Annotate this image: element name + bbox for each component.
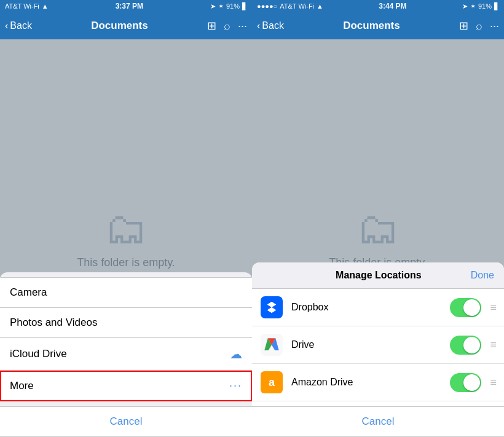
left-folder-icon: 🗂	[104, 207, 148, 250]
left-icloud-label: iCloud Drive	[10, 348, 67, 360]
right-nav-title: Documents	[343, 20, 400, 32]
left-status-left: AT&T Wi-Fi ▲	[5, 2, 49, 10]
left-battery-icon: ▋	[242, 2, 247, 10]
right-status-bar: ●●●●○ AT&T Wi-Fi ▲ 3:44 PM ➤ ✶ 91% ▋	[252, 0, 504, 12]
left-cancel-button[interactable]: Cancel	[0, 406, 252, 437]
left-sheet-photos[interactable]: Photos and Videos	[0, 308, 252, 338]
left-nav-bar: ‹ Back Documents ⊞ ⌕ ···	[0, 12, 252, 39]
left-search-icon[interactable]: ⌕	[224, 20, 230, 33]
right-nav-icons: ⊞ ⌕ ···	[459, 19, 499, 33]
right-battery: 91%	[478, 2, 492, 10]
right-battery-icon: ▋	[494, 2, 499, 10]
left-bt-icon: ✶	[218, 2, 224, 10]
dropbox-toggle[interactable]	[450, 298, 481, 317]
drive-icon-wrap	[259, 333, 284, 357]
left-bottom-sheet: Camera Photos and Videos iCloud Drive ☁ …	[0, 272, 252, 437]
left-sheet-icloud[interactable]: iCloud Drive ☁	[0, 338, 252, 371]
manage-header: Manage Locations Done	[252, 262, 504, 289]
left-back-label: Back	[10, 20, 32, 31]
left-more-label: More	[10, 380, 34, 392]
left-camera-label: Camera	[10, 286, 47, 299]
left-sheet-more[interactable]: More ···	[0, 371, 252, 401]
right-more-icon[interactable]: ···	[490, 20, 499, 33]
left-phone-panel: AT&T Wi-Fi ▲ 3:37 PM ➤ ✶ 91% ▋ ‹ Back Do…	[0, 0, 252, 437]
drive-name: Drive	[291, 339, 450, 350]
right-back-chevron: ‹	[257, 20, 260, 31]
left-empty-text: This folder is empty.	[77, 256, 175, 269]
left-wifi-icon: ▲	[42, 2, 49, 10]
right-location-icon: ➤	[462, 2, 468, 10]
left-more-icon[interactable]: ···	[238, 20, 247, 33]
right-back-label: Back	[262, 20, 284, 31]
right-search-icon[interactable]: ⌕	[476, 20, 482, 33]
left-cancel-label: Cancel	[110, 415, 143, 427]
manage-done-button[interactable]: Done	[471, 270, 494, 281]
left-cloud-icon: ☁	[230, 347, 242, 361]
drive-toggle[interactable]	[450, 336, 481, 355]
left-grid-icon[interactable]: ⊞	[207, 19, 216, 33]
location-item-amazon: a Amazon Drive ≡	[252, 364, 504, 401]
left-battery: 91%	[226, 2, 240, 10]
left-sheet-camera[interactable]: Camera	[0, 277, 252, 308]
right-folder-icon: 🗂	[356, 207, 400, 250]
left-status-bar: AT&T Wi-Fi ▲ 3:37 PM ➤ ✶ 91% ▋	[0, 0, 252, 12]
left-photos-label: Photos and Videos	[10, 317, 97, 329]
right-carrier: AT&T Wi-Fi	[280, 2, 314, 10]
left-nav-icons: ⊞ ⌕ ···	[207, 19, 247, 33]
dropbox-icon-wrap	[259, 295, 284, 320]
left-status-right: ➤ ✶ 91% ▋	[210, 2, 247, 10]
right-signal-dots: ●●●●○	[257, 2, 277, 10]
right-nav-bar: ‹ Back Documents ⊞ ⌕ ···	[252, 12, 504, 39]
location-item-dropbox: Dropbox ≡	[252, 289, 504, 326]
right-phone-panel: ●●●●○ AT&T Wi-Fi ▲ 3:44 PM ➤ ✶ 91% ▋ ‹ B…	[252, 0, 504, 437]
left-dots-icon: ···	[229, 379, 242, 392]
amazon-name: Amazon Drive	[291, 377, 450, 388]
right-back-button[interactable]: ‹ Back	[257, 20, 284, 31]
right-bt-icon: ✶	[470, 2, 476, 10]
dropbox-name: Dropbox	[291, 302, 450, 313]
amazon-drag-handle: ≡	[490, 376, 497, 389]
left-nav-title: Documents	[91, 20, 148, 32]
right-status-right: ➤ ✶ 91% ▋	[462, 2, 499, 10]
location-item-drive: Drive ≡	[252, 326, 504, 364]
right-cancel-label: Cancel	[362, 415, 395, 427]
left-location-icon: ➤	[210, 2, 216, 10]
amazon-toggle[interactable]	[450, 373, 481, 392]
right-cancel-button[interactable]: Cancel	[252, 406, 504, 437]
right-grid-icon[interactable]: ⊞	[459, 19, 468, 33]
dropbox-icon	[261, 296, 283, 318]
drive-icon	[261, 334, 283, 356]
left-carrier: AT&T Wi-Fi	[5, 2, 39, 10]
right-wifi-icon: ▲	[317, 2, 323, 10]
drive-drag-handle: ≡	[490, 339, 497, 352]
manage-locations-panel: Manage Locations Done Dropbox ≡	[252, 262, 504, 437]
manage-title: Manage Locations	[286, 270, 471, 281]
amazon-drive-icon: a	[261, 371, 283, 393]
left-status-time: 3:37 PM	[116, 2, 143, 10]
left-back-chevron: ‹	[5, 20, 8, 31]
amazon-icon-wrap: a	[259, 370, 284, 395]
right-status-time: 3:44 PM	[379, 2, 406, 10]
dropbox-drag-handle: ≡	[490, 301, 497, 314]
right-status-left: ●●●●○ AT&T Wi-Fi ▲	[257, 2, 323, 10]
left-back-button[interactable]: ‹ Back	[5, 20, 32, 31]
